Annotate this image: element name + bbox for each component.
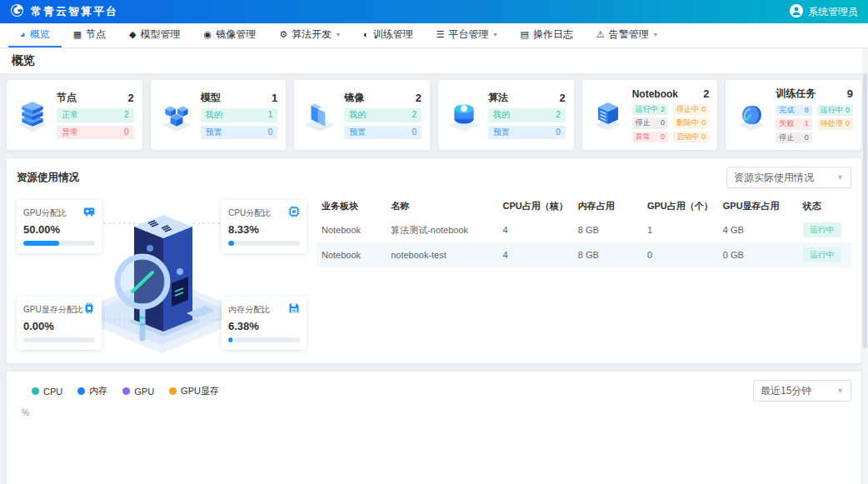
badge-value: 0 [701,105,706,114]
tab-alarm-management[interactable]: ⚠ 告警管理 ▾ [585,23,669,47]
scrollbar-thumb[interactable] [863,73,867,348]
log-icon: ▤ [521,30,529,39]
chevron-down-icon: ▾ [337,31,340,38]
tab-label: 概览 [30,27,50,42]
tab-label: 模型管理 [141,27,181,42]
nodes-icon: ▦ [73,30,82,39]
alarm-icon: ⚠ [596,30,605,39]
metric-card-gpu-allocation: GPU分配比 50.00% [17,200,102,253]
status-badge: 运行中 [803,222,841,237]
tab-model-management[interactable]: ◆ 模型管理 [117,23,192,47]
user-menu[interactable]: 系统管理员 [790,4,858,20]
tab-operation-log[interactable]: ▤ 操作日志 [509,23,585,47]
badge-value: 0 [268,127,273,138]
resource-mode-select[interactable]: 资源实际使用情况 ▼ [726,167,851,188]
col-name: 名称 [386,195,497,217]
badge-value: 0 [701,132,706,142]
stat-card-training-tasks[interactable]: 训练任务 9 完成 8 失败 1 停止 [726,80,861,150]
col-cpu: CPU占用（核） [498,195,573,217]
col-gpu-memory: GPU显存占用 [718,195,798,217]
cell-gpu-memory: 0 GB [718,242,798,267]
badge-value: 1 [268,110,273,121]
cell-name: notebook-test [386,242,497,267]
col-memory: 内存占用 [573,195,642,217]
tab-algorithm-dev[interactable]: ⚙ 算法开发 ▾ [267,23,352,47]
chevron-down-icon: ▾ [654,31,657,38]
status-badge: 停止中 0 [673,104,709,115]
stat-card-notebook[interactable]: Notebook 2 运行中 2 停止 0 异常 [582,80,718,150]
badge-label: 异常 [62,127,78,138]
badge-value: 0 [124,127,129,138]
table-row[interactable]: Notebook 算法测试-notebook 4 8 GB 1 4 GB 运行中 [317,217,851,242]
models-iso-icon [159,97,194,132]
badge-label: 正常 [62,110,78,121]
legend-label: GPU [134,387,154,397]
metric-value: 8.33% [228,223,300,236]
metric-label: GPU分配比 [23,207,67,219]
tab-training-management[interactable]: ◐ 训练管理 [352,23,425,47]
badge-label: 我的 [493,110,510,121]
stat-title: 模型 [201,91,221,105]
gpu-card-icon [83,206,95,221]
tab-label: 操作日志 [533,27,573,42]
cell-module: Notebook [317,217,386,242]
legend-item-gpu-memory[interactable]: GPU显存 [169,385,219,397]
badge-label: 失败 [779,119,794,128]
cell-memory: 8 GB [573,242,642,267]
chevron-down-icon: ▾ [494,31,497,38]
tab-image-management[interactable]: ◉ 镜像管理 [192,23,268,47]
avatar-icon [790,4,803,20]
legend-dot [77,387,85,395]
badge-label: 异常 [636,132,651,142]
page-scrollbar[interactable] [862,48,868,484]
tab-label: 算法开发 [292,27,332,42]
stat-total: 1 [272,92,277,104]
status-badge: 预置 0 [344,126,422,140]
status-badge: 预置 0 [201,126,278,140]
badge-label: 运行中 [636,105,658,114]
stat-card-images[interactable]: 镜像 2 我的 2 预置 0 [294,80,430,150]
tab-platform-management[interactable]: ☰ 平台管理 ▾ [425,23,509,47]
cpu-chip-icon [288,206,300,221]
badge-label: 我的 [349,110,366,121]
tab-nodes[interactable]: ▦ 节点 [62,23,117,47]
legend-item-memory[interactable]: 内存 [77,385,107,397]
stat-card-nodes[interactable]: 节点 2 正常 2 异常 0 [7,80,142,150]
status-badge: 运行中 0 [817,105,853,116]
overview-icon: ◕ [20,30,26,39]
nav-bar: ◕ 概览 ▦ 节点 ◆ 模型管理 ◉ 镜像管理 ⚙ 算法开发 ▾ ◐ 训练管理 … [0,23,868,48]
stat-card-models[interactable]: 模型 1 我的 1 预置 0 [151,80,287,150]
metric-label: GPU显存分配比 [23,304,83,316]
legend-item-cpu[interactable]: CPU [32,387,62,397]
algorithms-iso-icon [446,97,481,132]
stat-title: Notebook [632,88,678,100]
cell-gpu: 1 [642,217,718,242]
legend-item-gpu[interactable]: GPU [122,387,154,397]
time-range-select[interactable]: 最近15分钟 ▼ [753,380,851,402]
stat-cards-row: 节点 2 正常 2 异常 0 [7,80,861,150]
cell-module: Notebook [317,242,386,267]
algorithm-icon: ⚙ [279,30,287,39]
badge-label: 预置 [349,127,366,138]
badge-value: 2 [124,110,129,121]
cpu-allocation-progress [228,241,300,246]
model-icon: ◆ [129,30,136,39]
badge-label: 停止中 [676,105,699,114]
cell-cpu: 4 [498,217,573,242]
legend-dot [169,387,177,395]
tab-label: 镜像管理 [216,27,256,42]
stat-title: 算法 [488,91,508,105]
status-badge: 异常 0 [632,132,668,142]
metric-value: 50.00% [23,223,95,236]
table-row[interactable]: Notebook notebook-test 4 8 GB 0 0 GB 运行中 [317,242,851,267]
resource-usage-table: 业务板块 名称 CPU占用（核） 内存占用 GPU占用（个） GPU显存占用 状… [317,195,851,355]
stat-title: 节点 [57,91,77,105]
col-module: 业务板块 [317,195,386,217]
stat-card-algorithms[interactable]: 算法 2 我的 2 预置 0 [438,80,574,150]
badge-value: 0 [556,127,561,138]
stat-total: 2 [559,92,565,104]
stat-total: 2 [416,92,422,104]
status-badge: 失败 1 [776,118,811,129]
select-value: 最近15分钟 [761,384,811,398]
tab-overview[interactable]: ◕ 概览 [8,23,62,47]
